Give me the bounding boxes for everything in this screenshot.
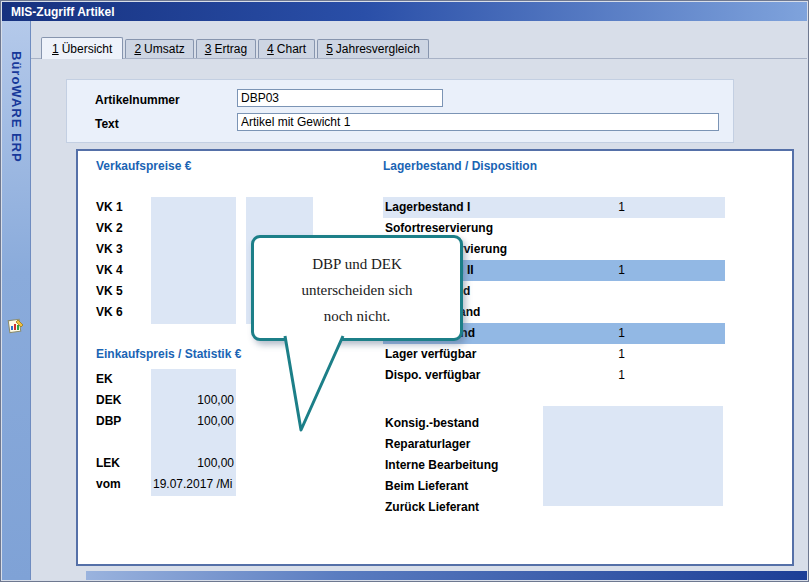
stock-row-value: 1: [553, 365, 625, 386]
ek-label: EK: [96, 369, 113, 390]
stock-row-label: Konsig.-bestand: [383, 416, 479, 430]
tab-label: Übersicht: [62, 42, 113, 56]
tab-accel: 2: [134, 42, 141, 56]
stock-row: Konsig.-bestand: [383, 413, 725, 434]
stock-row-label: Beim Lieferant: [383, 479, 468, 493]
lek-label: LEK: [96, 453, 120, 474]
chart-note-icon[interactable]: [7, 317, 25, 335]
vom-label: vom: [96, 474, 121, 495]
article-form: Artikelnummer Text: [66, 79, 734, 143]
brand-vertical-text: BüroWARE ERP: [9, 51, 24, 163]
stock-row: Reparaturlager: [383, 434, 725, 455]
tab-ertrag[interactable]: 3Ertrag: [196, 39, 256, 58]
stock-row-value: 1: [553, 323, 625, 344]
stock-header: Lagerbestand / Disposition: [383, 159, 537, 173]
content-area: 1Übersicht 2Umsatz 3Ertrag 4Chart 5Jahre…: [31, 21, 807, 580]
stock-row-label: Interne Bearbeitung: [383, 458, 498, 472]
stock-row-label: Zurück Lieferant: [383, 500, 479, 514]
callout-text: unterscheiden sich: [254, 277, 460, 303]
vk1-label: VK 1: [96, 197, 123, 218]
stock-row-value: 1: [553, 260, 625, 281]
stock-row-label: Reparaturlager: [383, 437, 470, 451]
tab-label: Chart: [277, 42, 306, 56]
tab-uebersicht[interactable]: 1Übersicht: [41, 37, 123, 59]
dek-value: 100,00: [151, 390, 234, 411]
stock-row-label: Lager verfügbar: [383, 347, 476, 361]
stock-row: Zurück Lieferant: [383, 497, 725, 518]
stock-row: Lager verfügbar 1: [383, 344, 725, 365]
tab-label: Ertrag: [214, 42, 247, 56]
vk6-label: VK 6: [96, 302, 123, 323]
tab-accel: 4: [267, 42, 274, 56]
stock-row-value: 1: [553, 197, 625, 218]
sales-header: Verkaufspreise €: [96, 159, 191, 173]
tab-accel: 1: [52, 42, 59, 56]
vk5-label: VK 5: [96, 281, 123, 302]
dbp-label: DBP: [96, 411, 121, 432]
text-input[interactable]: [237, 113, 719, 131]
callout-text: DBP und DEK: [254, 251, 460, 277]
stock-row-label: Lagerbestand I: [383, 200, 470, 214]
vk2-label: VK 2: [96, 218, 123, 239]
stock-row: Dispo. verfügbar 1: [383, 365, 725, 386]
artikelnummer-input[interactable]: [237, 89, 443, 107]
detail-panel: Verkaufspreise € VK 1 VK 2 VK 3 VK 4 VK …: [76, 149, 794, 566]
vk4-label: VK 4: [96, 260, 123, 281]
annotation-callout: DBP und DEK unterscheiden sich noch nich…: [251, 235, 463, 341]
window-title: MIS-Zugriff Artikel: [11, 5, 115, 19]
dek-label: DEK: [96, 390, 121, 411]
callout-text: noch nicht.: [254, 303, 460, 329]
tab-jahresvergleich[interactable]: 5Jahresvergleich: [317, 39, 429, 58]
stock-row-label: Sofortreservierung: [383, 221, 493, 235]
stock-row-label: Dispo. verfügbar: [383, 368, 480, 382]
purchase-header: Einkaufspreis / Statistik €: [96, 347, 241, 361]
bottom-bar: [86, 571, 807, 580]
tab-label: Umsatz: [144, 42, 185, 56]
stock-row: Interne Bearbeitung: [383, 455, 725, 476]
vk-price-box: [151, 197, 236, 324]
vk3-label: VK 3: [96, 239, 123, 260]
callout-tail-pointer: [283, 335, 347, 435]
stock-row: Beim Lieferant: [383, 476, 725, 497]
tab-accel: 3: [205, 42, 212, 56]
tab-umsatz[interactable]: 2Umsatz: [125, 39, 193, 58]
tab-chart[interactable]: 4Chart: [258, 39, 315, 58]
titlebar[interactable]: MIS-Zugriff Artikel: [2, 2, 807, 21]
text-label: Text: [95, 115, 119, 133]
lek-value: 100,00: [151, 453, 234, 474]
sidebar: BüroWARE ERP: [2, 21, 31, 580]
stock-row-value: 1: [553, 344, 625, 365]
tab-bar: 1Übersicht 2Umsatz 3Ertrag 4Chart 5Jahre…: [31, 37, 807, 59]
workspace: Artikelnummer Text Verkaufspreise € VK 1…: [31, 58, 807, 569]
dbp-value: 100,00: [151, 411, 234, 432]
stock-row: Lagerbestand I 1: [383, 197, 725, 218]
vom-value: 19.07.2017 /Mi: [151, 474, 251, 495]
app-window: MIS-Zugriff Artikel BüroWARE ERP 1Übersi…: [0, 0, 809, 582]
tab-label: Jahresvergleich: [336, 42, 420, 56]
artikelnummer-label: Artikelnummer: [95, 91, 180, 109]
tab-accel: 5: [326, 42, 333, 56]
